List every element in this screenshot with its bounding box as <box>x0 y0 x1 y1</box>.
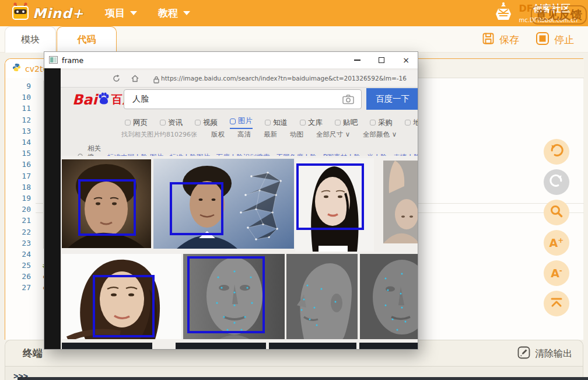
undo-button[interactable] <box>544 139 569 165</box>
line-number: 24 <box>5 250 31 259</box>
nav-item-知道[interactable]: 知道 <box>265 116 288 129</box>
app-title: Mind+ <box>33 6 84 21</box>
baidu-logo-latin: Bai <box>72 92 97 108</box>
nav-item-icon <box>230 118 236 124</box>
face-detection-box <box>296 163 364 230</box>
line-number: 11 <box>5 104 31 113</box>
font-increase-button[interactable]: A+ <box>544 230 569 256</box>
result-image-3d-profile[interactable] <box>286 254 358 339</box>
python-icon <box>12 63 21 74</box>
nav-item-文库[interactable]: 文库 <box>300 116 323 129</box>
result-image-arm[interactable] <box>383 161 418 243</box>
line-number: 27 <box>5 283 31 292</box>
scroll-top-button[interactable] <box>544 291 569 316</box>
menu-project[interactable]: 项目 <box>105 6 137 20</box>
save-button[interactable]: 保存 <box>482 30 519 49</box>
filter-item[interactable]: 动图 <box>290 130 303 139</box>
menu-tutorial[interactable]: 教程 <box>158 6 190 20</box>
title-bar: Mind+ 项目 教程 DF创客社区 mc.DFRobot.com <box>0 0 588 26</box>
nav-item-图片[interactable]: 图片 <box>230 116 253 129</box>
stop-label: 停止 <box>554 33 574 47</box>
face-detection-box <box>187 256 265 333</box>
font-decrease-button[interactable]: A- <box>544 260 569 286</box>
community-link[interactable]: DF创客社区 mc.DFRobot.com.cn 意见反馈 <box>492 2 578 26</box>
nav-item-label: 网页 <box>133 118 148 128</box>
frame-window-icon <box>49 55 58 66</box>
line-number: 21 <box>5 216 31 225</box>
line-number: 26 <box>5 272 31 281</box>
stop-icon <box>536 32 554 48</box>
close-button[interactable]: × <box>394 52 418 68</box>
nav-item-icon <box>125 120 131 125</box>
line-number: 14 <box>5 138 31 147</box>
frame-window[interactable]: frame × https://image.baidu.com/search/i… <box>44 51 418 350</box>
baidu-paw-icon <box>97 92 110 108</box>
line-number: 18 <box>5 183 31 191</box>
face-detection-box <box>93 275 155 337</box>
result-image-partial[interactable] <box>176 343 266 349</box>
scroll-top-icon <box>549 295 564 312</box>
hive-logo-icon <box>492 2 514 26</box>
nav-item-贴吧[interactable]: 贴吧 <box>335 116 358 129</box>
line-number: 22 <box>5 228 31 236</box>
lock-icon <box>153 75 160 86</box>
tab-module[interactable]: 模块 <box>5 26 56 53</box>
maximize-button[interactable] <box>370 52 393 68</box>
result-image-partial[interactable] <box>62 343 152 349</box>
feedback-overlay[interactable]: 意见反馈 <box>531 5 587 25</box>
filter-row: 找到相关图片约810296张 版权高清最新动图全部尺寸 ∨全部颜色 ∨ <box>121 130 410 139</box>
nav-item-icon <box>370 120 376 125</box>
tab-code[interactable]: 代码 <box>57 26 117 53</box>
frame-title: frame <box>62 56 83 65</box>
baidu-search-button[interactable]: 百度一下 <box>366 88 418 110</box>
filter-item[interactable]: 全部尺寸 ∨ <box>316 130 350 139</box>
clear-brush-icon <box>517 346 535 361</box>
maximize-icon <box>379 57 384 63</box>
mindplus-logo: Mind+ <box>10 2 84 25</box>
filter-item[interactable]: 版权 <box>211 130 225 139</box>
result-image-3d-partial[interactable] <box>360 254 418 339</box>
face-detection-box <box>78 179 136 236</box>
line-number: 9 <box>5 82 31 90</box>
frame-titlebar[interactable]: frame × <box>44 52 418 68</box>
result-image-partial[interactable] <box>269 343 356 349</box>
nav-item-label: 贴吧 <box>343 118 358 128</box>
line-number: 19 <box>5 194 31 203</box>
undo-icon <box>549 143 564 161</box>
line-number: 12 <box>5 116 31 124</box>
nav-item-地图[interactable]: 地图 <box>405 116 418 129</box>
nav-item-网页[interactable]: 网页 <box>125 116 148 129</box>
nav-item-icon <box>300 120 306 125</box>
close-icon: × <box>402 56 410 64</box>
line-number: 16 <box>5 160 31 169</box>
line-number: 17 <box>5 172 31 180</box>
robot-logo-icon <box>10 2 30 25</box>
stop-button[interactable]: 停止 <box>536 30 574 49</box>
nav-item-label: 知道 <box>273 118 288 128</box>
nav-item-视频[interactable]: 视频 <box>195 116 218 129</box>
redo-button[interactable] <box>544 169 569 195</box>
zoom-search-button[interactable] <box>544 200 569 225</box>
save-label: 保存 <box>499 33 519 47</box>
search-input[interactable]: 人脸 <box>124 89 362 109</box>
url-text[interactable]: https://image.baidu.com/search/index?tn=… <box>161 75 418 82</box>
line-number: 23 <box>5 239 31 247</box>
nav-item-资讯[interactable]: 资讯 <box>160 116 183 129</box>
filter-item[interactable]: 高清 <box>237 130 251 139</box>
nav-item-icon <box>195 120 201 125</box>
nav-item-采购[interactable]: 采购 <box>370 116 393 129</box>
filter-item[interactable]: 全部颜色 ∨ <box>363 130 397 139</box>
browser-nav: 网页资讯视频图片知道文库贴吧采购地图更 <box>125 116 418 129</box>
nav-item-label: 地图 <box>413 118 418 128</box>
nav-item-icon <box>405 120 411 125</box>
tab-row: 模块 代码 保存 停止 <box>0 26 588 53</box>
nav-item-label: 视频 <box>203 118 218 128</box>
filter-item[interactable]: 最新 <box>264 130 277 139</box>
result-count: 找到相关图片约810296张 <box>121 130 197 139</box>
nav-item-label: 文库 <box>308 118 323 128</box>
result-image-partial[interactable] <box>359 343 418 349</box>
refresh-icon <box>112 74 121 85</box>
minimize-button[interactable] <box>345 52 369 68</box>
camera-icon[interactable] <box>342 95 354 107</box>
clear-output-button[interactable]: 清除输出 <box>517 345 572 362</box>
